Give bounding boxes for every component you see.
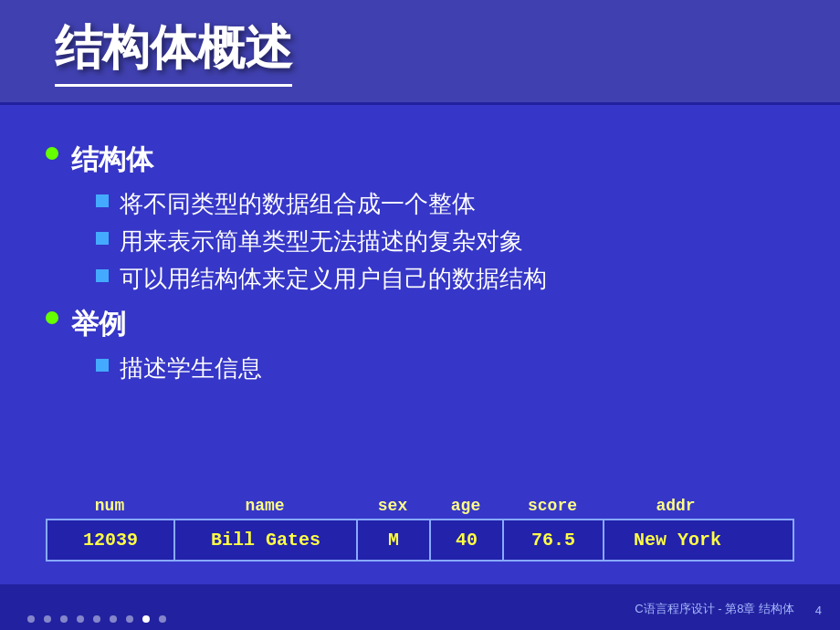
slide-dot-5 [93,615,100,623]
slide-dot-6 [110,615,117,623]
bullet-item-2-1: 描述学生信息 [96,352,794,384]
bullet-level2-text: 将不同类型的数据组合成一个整体 [120,188,476,220]
col-header-score: score [502,497,603,515]
cell-age: 40 [431,520,504,560]
footer-label: C语言程序设计 - 第8章 结构体 [635,601,794,617]
cell-addr: New York [604,520,751,560]
bottom-dots [27,615,166,623]
slide-title: 结构体概述 [55,16,292,87]
slide-dot-4 [77,615,84,623]
bottom-bar: C语言程序设计 - 第8章 结构体 4 [0,584,840,630]
col-header-age: age [429,497,502,515]
slide-dot-1 [27,615,35,623]
title-bar: 结构体概述 [0,0,840,105]
square-bullet-icon [96,232,109,245]
bullet-level2-text: 可以用结构体来定义用户自己的数据结构 [120,263,547,295]
slide-dot-3 [60,615,68,623]
bullet-item-1-2: 用来表示简单类型无法描述的复杂对象 [96,226,794,257]
square-bullet-icon [96,359,109,372]
square-bullet-icon [96,194,109,207]
square-bullet-icon [96,269,109,282]
cell-sex: M [358,520,431,560]
col-header-name: name [173,497,356,515]
page-number: 4 [815,604,822,617]
bullet-level2-text: 用来表示简单类型无法描述的复杂对象 [120,226,523,257]
slide-dot-8 [142,615,150,623]
bullet-level1-text: 结构体 [71,142,153,179]
table-row: 12039 Bill Gates M 40 76.5 New York [46,519,794,562]
cell-num: 12039 [47,520,175,560]
green-bullet-icon [46,311,58,324]
bullet-item-2: 举例 [46,306,794,343]
col-header-addr: addr [603,497,749,515]
bullet-item-1-1: 将不同类型的数据组合成一个整体 [96,188,794,220]
col-header-num: num [46,497,173,515]
bullet-item-1-3: 可以用结构体来定义用户自己的数据结构 [96,263,794,295]
data-table-section: num name sex age score addr 12039 Bill G… [46,497,794,562]
table-header: num name sex age score addr [46,497,794,515]
bullet-level1-text: 举例 [71,306,126,343]
bullet-level2-text: 描述学生信息 [120,352,262,384]
bullet-item-1: 结构体 [46,142,794,179]
cell-score: 76.5 [504,520,604,560]
slide-dot-7 [126,615,133,623]
cell-name: Bill Gates [175,520,358,560]
slide-dot-9 [159,615,166,623]
green-bullet-icon [46,147,58,160]
slide-dot-2 [44,615,51,623]
col-header-sex: sex [356,497,429,515]
